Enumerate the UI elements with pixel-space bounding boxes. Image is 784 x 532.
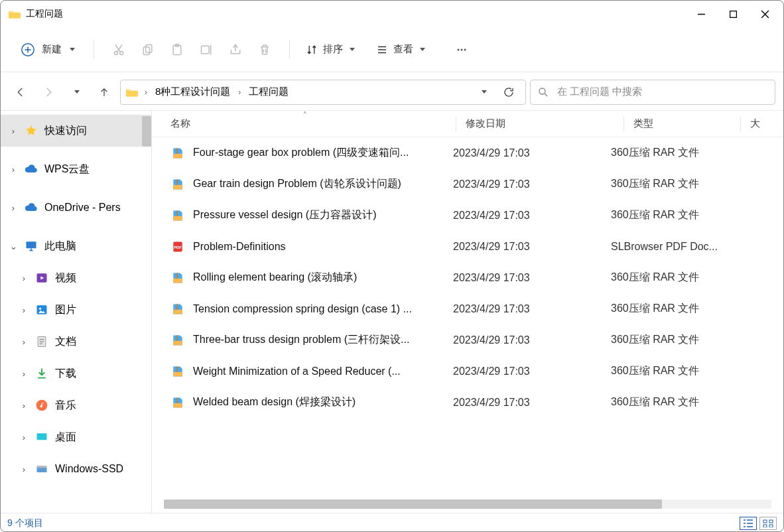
folder-icon bbox=[9, 9, 21, 19]
address-bar[interactable]: › 8种工程设计问题 › 工程问题 bbox=[120, 80, 526, 105]
chevron-right-icon: › bbox=[9, 126, 18, 136]
file-type: SLBrowser PDF Doc... bbox=[611, 241, 783, 253]
sidebar-item-文档[interactable]: ›文档 bbox=[1, 326, 151, 358]
column-type[interactable]: 类型 bbox=[633, 117, 740, 130]
sidebar-label: WPS云盘 bbox=[44, 163, 90, 176]
file-row[interactable]: Three-bar truss design problem (三杆衍架设...… bbox=[152, 324, 783, 356]
folder-icon bbox=[126, 88, 138, 97]
view-button[interactable]: 查看 bbox=[371, 39, 430, 60]
sidebar-item-quick-access[interactable]: › 快速访问 bbox=[1, 115, 151, 147]
address-dropdown-button[interactable] bbox=[472, 81, 495, 103]
file-row[interactable]: Problem-Definitions2023/4/29 17:03SLBrow… bbox=[152, 231, 783, 262]
forward-button[interactable] bbox=[36, 80, 60, 104]
breadcrumb-item[interactable]: 8种工程设计问题 bbox=[151, 83, 234, 101]
chevron-down-icon bbox=[420, 48, 425, 51]
chevron-right-icon: › bbox=[19, 401, 29, 411]
scrollbar-thumb[interactable] bbox=[142, 116, 151, 147]
sidebar-label: Windows-SSD bbox=[55, 463, 123, 475]
sidebar-item-this-pc[interactable]: ⌄ 此电脑 bbox=[1, 230, 151, 262]
copy-button[interactable] bbox=[134, 36, 162, 64]
sidebar-item-Windows-SSD[interactable]: ›Windows-SSD bbox=[1, 453, 151, 485]
sidebar-label: 桌面 bbox=[55, 431, 76, 444]
sidebar-item-音乐[interactable]: ›音乐 bbox=[1, 389, 151, 421]
maximize-button[interactable] bbox=[717, 2, 749, 26]
chevron-right-icon: › bbox=[19, 273, 29, 283]
new-label: 新建 bbox=[42, 43, 62, 56]
chevron-right-icon: › bbox=[19, 464, 29, 474]
recent-button[interactable] bbox=[64, 80, 88, 104]
file-row[interactable]: Gear train design Problem (齿轮系设计问题)2023/… bbox=[152, 168, 783, 200]
file-row[interactable]: Four-stage gear box problem (四级变速箱问...20… bbox=[152, 137, 783, 168]
archive-icon bbox=[170, 177, 185, 192]
sidebar-item-onedrive[interactable]: › OneDrive - Pers bbox=[1, 192, 151, 224]
new-button[interactable]: 新建 bbox=[13, 38, 83, 61]
column-size[interactable]: 大 bbox=[750, 117, 783, 130]
delete-button[interactable] bbox=[251, 36, 279, 64]
file-row[interactable]: Rolling element bearing (滚动轴承)2023/4/29 … bbox=[152, 262, 783, 293]
file-name: Gear train design Problem (齿轮系设计问题) bbox=[193, 177, 453, 191]
sidebar-item-下载[interactable]: ›下载 bbox=[1, 358, 151, 389]
file-date: 2023/4/29 17:03 bbox=[453, 241, 611, 253]
share-button[interactable] bbox=[222, 36, 249, 64]
folder-type-icon bbox=[35, 367, 48, 380]
file-row[interactable]: Tension compression spring design (case … bbox=[152, 293, 783, 324]
file-type: 360压缩 RAR 文件 bbox=[611, 271, 783, 285]
file-type: 360压缩 RAR 文件 bbox=[611, 302, 783, 316]
search-placeholder: 在 工程问题 中搜索 bbox=[557, 86, 642, 98]
back-button[interactable] bbox=[9, 80, 33, 104]
up-button[interactable] bbox=[92, 80, 116, 104]
chevron-right-icon: › bbox=[19, 432, 29, 442]
file-name: Weight Minimization of a Speed Reducer (… bbox=[193, 366, 453, 377]
sort-label: 排序 bbox=[323, 43, 343, 56]
file-row[interactable]: Weight Minimization of a Speed Reducer (… bbox=[152, 356, 783, 387]
minimize-button[interactable] bbox=[685, 2, 717, 26]
file-name: Problem-Definitions bbox=[193, 241, 453, 253]
file-name: Three-bar truss design problem (三杆衍架设... bbox=[193, 333, 453, 347]
scrollbar-thumb[interactable] bbox=[164, 499, 662, 509]
close-button[interactable] bbox=[749, 2, 781, 26]
column-name[interactable]: 名称 ˄ bbox=[170, 117, 456, 130]
sidebar-label: 视频 bbox=[55, 271, 76, 285]
sidebar-item-视频[interactable]: ›视频 bbox=[1, 262, 151, 294]
view-icons-button[interactable] bbox=[759, 517, 777, 530]
horizontal-scrollbar[interactable] bbox=[164, 499, 771, 509]
sidebar-item-桌面[interactable]: ›桌面 bbox=[1, 421, 151, 453]
file-name: Rolling element bearing (滚动轴承) bbox=[193, 271, 453, 285]
breadcrumb-item[interactable]: 工程问题 bbox=[245, 83, 293, 101]
column-headers: 名称 ˄ 修改日期 类型 大 bbox=[152, 111, 783, 137]
file-row[interactable]: Pressure vessel design (压力容器设计)2023/4/29… bbox=[152, 200, 783, 231]
file-type: 360压缩 RAR 文件 bbox=[611, 146, 783, 160]
file-row[interactable]: Welded beam design (焊接梁设计)2023/4/29 17:0… bbox=[152, 387, 783, 418]
folder-type-icon bbox=[35, 271, 48, 285]
chevron-down-icon bbox=[350, 48, 355, 51]
archive-icon bbox=[170, 364, 185, 379]
more-button[interactable] bbox=[448, 36, 476, 64]
sidebar-label: 文档 bbox=[55, 335, 76, 349]
cut-button[interactable] bbox=[105, 36, 133, 64]
status-bar: 9 个项目 bbox=[1, 513, 783, 532]
sidebar: › 快速访问 › WPS云盘 › OneDrive - Pers ⌄ 此电脑 ›… bbox=[1, 111, 152, 513]
file-date: 2023/4/29 17:03 bbox=[453, 147, 611, 159]
sidebar-item-wps[interactable]: › WPS云盘 bbox=[1, 153, 151, 185]
sidebar-item-图片[interactable]: ›图片 bbox=[1, 294, 151, 326]
folder-type-icon bbox=[35, 462, 48, 476]
archive-icon bbox=[170, 395, 185, 410]
column-date[interactable]: 修改日期 bbox=[466, 117, 623, 130]
separator bbox=[94, 40, 94, 59]
title-bar: 工程问题 bbox=[1, 1, 783, 27]
file-date: 2023/4/29 17:03 bbox=[453, 334, 611, 346]
view-details-button[interactable] bbox=[740, 517, 757, 530]
paste-button[interactable] bbox=[163, 36, 191, 64]
file-name: Pressure vessel design (压力容器设计) bbox=[193, 208, 453, 222]
chevron-right-icon: › bbox=[19, 337, 29, 347]
cloud-icon bbox=[25, 201, 38, 214]
sort-button[interactable]: 排序 bbox=[300, 39, 360, 60]
file-type: 360压缩 RAR 文件 bbox=[611, 177, 783, 191]
refresh-button[interactable] bbox=[497, 81, 520, 103]
folder-type-icon bbox=[35, 303, 48, 316]
rename-button[interactable] bbox=[192, 36, 220, 64]
search-input[interactable]: 在 工程问题 中搜索 bbox=[530, 80, 775, 105]
file-date: 2023/4/29 17:03 bbox=[453, 303, 611, 315]
file-type: 360压缩 RAR 文件 bbox=[611, 208, 783, 222]
chevron-right-icon: › bbox=[9, 165, 18, 174]
